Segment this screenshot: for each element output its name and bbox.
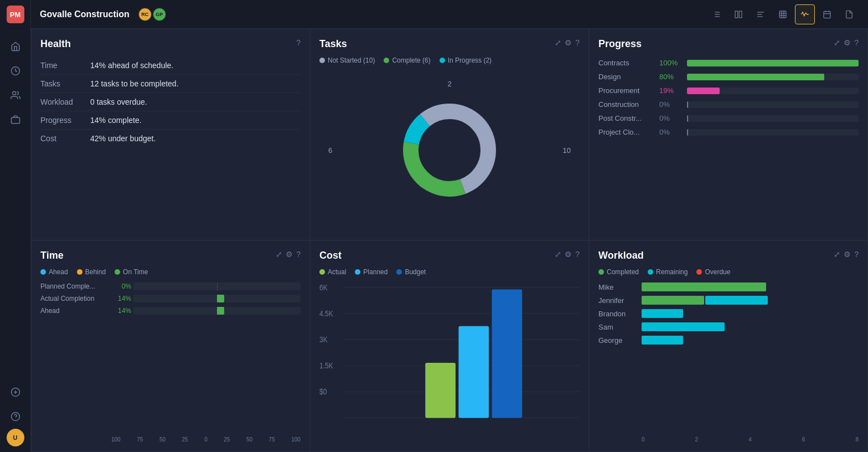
workload-row-name: George <box>598 336 637 345</box>
progress-bar-fill <box>687 60 859 66</box>
donut-svg <box>394 95 505 206</box>
progress-row: Project Clo... 0% <box>598 128 859 136</box>
workload-bars <box>642 322 859 331</box>
calendar-view-button[interactable] <box>817 4 837 24</box>
user-avatar[interactable]: U <box>7 429 24 446</box>
sidebar-item-add[interactable] <box>6 382 25 402</box>
progress-row: Construction 0% <box>598 100 859 109</box>
cost-settings-button[interactable]: ⚙ <box>565 250 572 259</box>
board-view-button[interactable] <box>728 4 748 24</box>
workload-row-name: Mike <box>598 283 637 291</box>
time-title: Time <box>40 250 276 261</box>
progress-rows: Contracts 100% Design 80% Procurement 19… <box>598 59 859 136</box>
progress-row-pct: 0% <box>659 128 681 136</box>
legend-dot <box>696 269 702 275</box>
time-row-bar-container: 14% <box>111 295 301 302</box>
time-row-label: Planned Comple... <box>40 282 107 290</box>
health-row-label: Time <box>40 56 90 75</box>
app-logo[interactable]: PM <box>7 6 24 23</box>
avatar-rc[interactable]: RC <box>138 8 152 21</box>
tasks-panel: Tasks ⤢ ⚙ ? Not Started (10)Complete (6)… <box>310 29 589 240</box>
workload-remaining-bar <box>642 336 683 345</box>
timeline-view-button[interactable] <box>751 4 771 24</box>
svg-rect-24 <box>824 11 830 18</box>
health-help-button[interactable]: ? <box>296 38 301 47</box>
time-axis-label: 75 <box>137 436 143 443</box>
time-bar-bg <box>133 307 301 315</box>
progress-expand-button[interactable]: ⤢ <box>834 38 840 47</box>
avatar-gp[interactable]: GP <box>153 8 166 21</box>
progress-settings-button[interactable]: ⚙ <box>844 38 851 47</box>
workload-help-button[interactable]: ? <box>854 250 859 259</box>
donut-chart: 2 6 10 <box>319 69 580 231</box>
workload-x-axis: 02468 <box>598 436 859 443</box>
health-row-value: 42% under budget. <box>90 130 301 148</box>
progress-bar-fill <box>687 74 824 80</box>
health-row: Time14% ahead of schedule. <box>40 56 301 75</box>
progress-bar <box>687 101 859 108</box>
legend-dot <box>598 269 604 275</box>
time-axis-label: 50 <box>159 436 166 443</box>
progress-row-pct: 80% <box>659 73 681 81</box>
legend-label: Actual <box>328 268 346 276</box>
progress-bar <box>687 60 859 66</box>
workload-axis-label: 8 <box>855 436 859 443</box>
time-expand-button[interactable]: ⤢ <box>276 250 282 259</box>
time-axis: 1007550250255075100 <box>40 436 301 443</box>
svg-rect-19 <box>779 11 786 18</box>
time-bar-fill <box>217 307 224 315</box>
cost-legend: ActualPlannedBudget <box>319 268 580 276</box>
health-header: Health ? <box>40 38 301 50</box>
tasks-legend-item: In Progress (2) <box>440 56 492 64</box>
legend-dot <box>648 269 653 275</box>
legend-dot <box>384 58 389 63</box>
time-help-button[interactable]: ? <box>296 250 301 259</box>
workload-axis-label: 0 <box>642 436 645 443</box>
health-row-value: 0 tasks overdue. <box>90 93 301 111</box>
workload-actions: ⤢ ⚙ ? <box>834 250 859 259</box>
time-legend-item: Ahead <box>40 268 68 276</box>
cost-expand-button[interactable]: ⤢ <box>555 250 561 259</box>
tasks-settings-button[interactable]: ⚙ <box>565 38 572 47</box>
donut-label-top: 2 <box>447 80 451 88</box>
sidebar-item-clock[interactable] <box>6 61 25 81</box>
svg-text:$0: $0 <box>319 387 327 396</box>
workload-settings-button[interactable]: ⚙ <box>844 250 851 259</box>
tasks-help-button[interactable]: ? <box>575 38 580 47</box>
workload-remaining-bar <box>642 322 725 331</box>
workload-bars <box>642 336 859 345</box>
page-title: Govalle Construction <box>40 9 130 19</box>
progress-row-label: Design <box>598 73 654 81</box>
cost-legend-item: Actual <box>319 268 346 276</box>
sidebar-item-briefcase[interactable] <box>6 110 25 130</box>
time-row-pct: 14% <box>111 307 131 315</box>
pulse-view-button[interactable] <box>795 4 815 24</box>
dashboard: Health ? Time14% ahead of schedule.Tasks… <box>31 29 868 452</box>
legend-label: Behind <box>85 268 106 276</box>
table-view-button[interactable] <box>773 4 793 24</box>
cost-help-button[interactable]: ? <box>575 250 580 259</box>
doc-view-button[interactable] <box>839 4 859 24</box>
health-table: Time14% ahead of schedule.Tasks12 tasks … <box>40 56 301 147</box>
workload-axis-label: 4 <box>748 436 752 443</box>
progress-panel: Progress ⤢ ⚙ ? Contracts 100% Design 80%… <box>589 29 868 240</box>
legend-dot <box>77 269 82 275</box>
view-tools <box>706 4 859 24</box>
workload-legend-item: Overdue <box>696 268 730 276</box>
sidebar-item-people[interactable] <box>6 85 25 105</box>
donut-label-left: 6 <box>328 146 332 154</box>
legend-dot <box>319 58 325 63</box>
progress-help-button[interactable]: ? <box>854 38 859 47</box>
time-row-label: Actual Completion <box>40 295 107 302</box>
sidebar-item-help[interactable] <box>6 407 25 427</box>
time-bar-bg <box>133 282 301 290</box>
sidebar-item-home[interactable] <box>6 37 25 56</box>
time-legend-item: On Time <box>115 268 148 276</box>
list-view-button[interactable] <box>706 4 726 24</box>
time-axis-label: 100 <box>291 436 301 443</box>
time-axis-label: 100 <box>111 436 121 443</box>
progress-row-pct: 19% <box>659 86 681 95</box>
workload-expand-button[interactable]: ⤢ <box>834 250 840 259</box>
tasks-expand-button[interactable]: ⤢ <box>555 38 561 47</box>
time-settings-button[interactable]: ⚙ <box>286 250 293 259</box>
